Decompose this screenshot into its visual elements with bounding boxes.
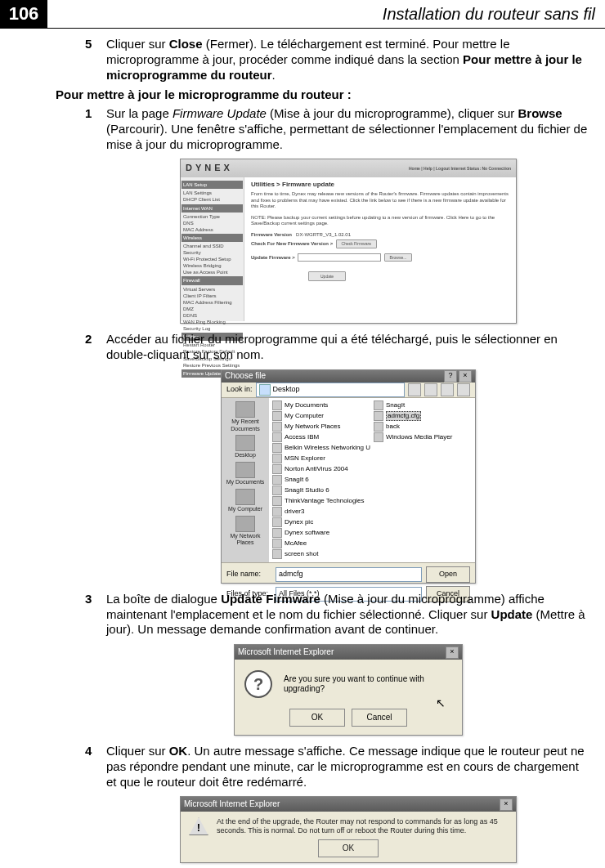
text: Cliquer sur [106,37,169,51]
update-button[interactable]: Update [308,271,346,281]
list-item: Norton AntiVirus 2004 [272,464,370,475]
firmware-path-input[interactable] [298,253,381,262]
sidebar-item[interactable]: Security Log [183,325,241,332]
ok-button[interactable]: OK [289,709,345,727]
text: (Mise à jour du microprogramme), cliquer… [267,106,518,120]
place-mydocs[interactable]: My Documents [222,462,269,486]
sidebar-item[interactable]: WAN Ping Blocking [183,319,241,325]
close-icon[interactable]: × [446,647,459,659]
sidebar-section: LAN Setup [182,181,243,189]
sidebar-item[interactable]: Use as Access Point [183,269,241,275]
folder-icon [272,400,282,410]
shortcut-icon [374,432,383,442]
step-number: 3 [85,592,92,607]
list-item: SnagIt [374,400,472,411]
ok-button[interactable]: OK [318,839,379,857]
shortcut-icon [272,464,282,474]
file-icon [374,411,383,421]
sidebar-item[interactable]: Client IP Filters [183,293,241,299]
shortcut-icon [272,454,282,463]
views-icon[interactable] [457,383,470,396]
check-firmware-button[interactable]: Check Firmware [336,239,377,248]
step-1-text: Sur la page Firmware Update (Mise à jour… [106,106,587,151]
lookin-dropdown[interactable]: Desktop [256,383,405,397]
computer-icon [235,489,255,505]
place-network[interactable]: My Network Places [222,516,269,548]
step-4-text: Cliquer sur OK. Un autre message s'affic… [106,744,585,789]
new-folder-icon[interactable] [441,383,454,396]
sidebar-item[interactable]: Virtual Servers [183,286,241,293]
sidebar-item[interactable]: MAC Address Filtering [183,299,241,306]
folder-icon [272,411,282,421]
sidebar-item[interactable]: Security [183,249,241,256]
list-item: admcfg.cfg [374,411,472,422]
open-button[interactable]: Open [426,566,470,583]
list-item: My Network Places [272,422,370,432]
browse-label: Browse [518,106,562,120]
shortcut-icon [272,443,282,453]
shortcut-icon [272,432,282,442]
desktop-icon [259,384,271,396]
warning-icon: ! [189,817,208,835]
list-item: Access IBM [272,432,370,443]
header-title: Installation du routeur sans fil [47,0,605,28]
text: . [272,68,276,82]
sidebar-item[interactable]: Wireless Bridging [183,262,241,269]
browse-button[interactable]: Browse... [384,253,413,262]
list-item: screen shot [272,549,370,560]
sidebar-item[interactable]: DMZ [183,306,241,312]
step-number: 5 [85,37,92,52]
folder-icon [272,517,282,527]
sidebar-item[interactable]: LAN Settings [183,190,241,196]
folder-icon [272,528,282,538]
list-item: driver3 [272,507,370,517]
lookin-label: Look in: [226,385,253,394]
file-icon [374,422,383,432]
list-item: My Documents [272,400,370,411]
sidebar-item[interactable]: DNS [183,220,241,226]
step-2: 2 Accéder au fichier du microprogramme q… [74,332,590,584]
place-mycomputer[interactable]: My Computer [222,489,269,513]
step-4: 4 Cliquer sur OK. Un autre message s'aff… [74,744,590,863]
step-5: 5 Cliquer sur Close (Fermer). Le télécha… [74,37,590,83]
brand-banner: DYNEX Home | Help | Logout Internet Stat… [181,159,516,177]
list-item: My Computer [272,411,370,422]
delay-warning-dialog: Microsoft Internet Explorer × ! At the e… [180,796,517,863]
list-item: SnagIt 6 [272,475,370,485]
firmware-version-label: Firmware Version [251,232,292,237]
back-icon[interactable] [408,383,421,396]
sidebar-item[interactable]: Wi-Fi Protected Setup [183,256,241,262]
list-item: ThinkVantage Technologies [272,496,370,507]
help-icon[interactable]: ? [444,370,457,383]
sidebar-item[interactable]: Channel and SSID [183,243,241,249]
dialog-titlebar: Choose file ? × [222,370,475,383]
step-number: 1 [85,106,92,122]
close-icon[interactable]: × [500,799,513,811]
firmware-main: Utilities > Firmware update From time to… [244,177,516,321]
place-desktop[interactable]: Desktop [222,435,269,459]
lookin-row: Look in: Desktop [222,383,475,397]
cancel-button[interactable]: Cancel [352,709,407,727]
file-list[interactable]: My Documents SnagIt My Computer admcfg.c… [269,398,475,562]
sidebar-item[interactable]: MAC Address [183,226,241,233]
sidebar-item[interactable]: DHCP Client List [183,196,241,203]
sidebar-item[interactable]: DDNS [183,312,241,319]
desktop-icon [235,435,255,451]
up-icon[interactable] [424,383,437,396]
text: La boîte de dialogue [106,592,221,606]
list-item: Dynex pic [272,517,370,528]
filename-input[interactable]: admcfg [276,567,422,582]
sidebar-section: Internet WAN [182,204,243,213]
text: Cliquer sur [106,744,169,758]
network-icon [235,516,255,532]
selected-file[interactable]: admcfg.cfg [386,411,421,421]
sidebar-section: Wireless [182,234,243,242]
place-recent[interactable]: My Recent Documents [222,401,269,433]
list-item: SnagIt Studio 6 [272,485,370,496]
close-icon[interactable]: × [459,370,472,383]
step-1: 1 Sur la page Firmware Update (Mise à jo… [74,106,590,324]
sidebar-item[interactable]: Connection Type [183,213,241,220]
check-fw-label: Check For New Firmware Version > [251,241,333,246]
question-icon: ? [244,670,272,698]
step-3: 3 La boîte de dialogue Update Firmware (… [74,592,590,736]
